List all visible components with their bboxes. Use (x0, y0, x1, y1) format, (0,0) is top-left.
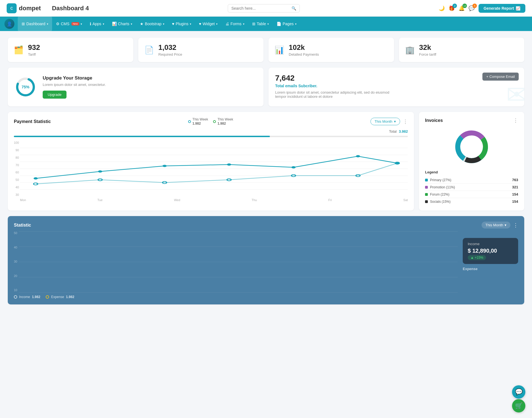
line-chart-area: Mon Tue Wed Thu Fri Sat (20, 141, 408, 202)
search-icon: 🔍 (291, 6, 296, 11)
stat-card-info: 932 Tariff (28, 43, 40, 57)
line-chart-container: 100 90 80 70 60 50 40 30 (14, 141, 408, 202)
sidebar-item-forms[interactable]: 🖨 Forms ▾ (221, 17, 248, 31)
chart-legend: This Week 1.982 This Week 1.982 (188, 117, 233, 125)
statistic-body: 50 40 30 20 10 (14, 231, 518, 299)
income-panel-title: Income (468, 242, 513, 246)
legend-dot-1 (188, 120, 191, 123)
email-card: + Compose Email 7,642 Total emails Subcr… (268, 68, 524, 106)
nav-bootstrap-label: Bootstrap (145, 22, 162, 26)
more-options-button[interactable]: ⋮ (403, 119, 408, 125)
legend-row-socials: Socials (15%) 154 (425, 198, 518, 205)
svg-point-11 (163, 165, 167, 167)
gift-button[interactable]: 🎁 2 (449, 5, 455, 11)
sidebar-item-pages[interactable]: 📄 Pages ▾ (273, 17, 300, 31)
statistic-month-button[interactable]: This Month ▾ (482, 222, 510, 229)
svg-point-12 (227, 163, 231, 166)
chat-button[interactable]: 💬 5 (469, 5, 475, 11)
nav-charts-label: Charts (118, 22, 129, 26)
chevron-down-icon: ▾ (394, 119, 396, 124)
header-center: 🔍 (89, 4, 439, 12)
month-filter-button[interactable]: This Month ▾ (370, 118, 400, 125)
bar-chart-area: 50 40 30 20 10 (14, 231, 458, 299)
new-badge: New (71, 22, 79, 25)
chevron-down-icon: ▾ (267, 22, 269, 25)
sidebar-item-bootstrap[interactable]: ★ Bootstrap ▾ (136, 17, 168, 31)
storage-info: Upgrade Your Storage Lorem ipsum dolor s… (43, 75, 106, 99)
income-panel-value: $ 12,890,00 (468, 248, 513, 254)
legend-left: Forum (22%) (425, 193, 449, 196)
sidebar-item-dashboard[interactable]: ⊞ Dashboard ▾ (18, 17, 52, 31)
nav-apps-label: Apps (93, 22, 101, 26)
main-content: 🗂️ 932 Tariff 📄 1,032 Required Price 📊 1… (0, 31, 532, 311)
pages-icon: 📄 (277, 22, 281, 26)
svg-point-13 (291, 166, 296, 168)
stat-month-label: This Month (485, 223, 503, 227)
nav-cms-label: CMS (61, 22, 70, 26)
dashboard-icon: ⊞ (22, 22, 25, 26)
tariff-icon: 🗂️ (14, 45, 24, 55)
expense-panel-label: Expense (463, 267, 518, 271)
detailed-payments-icon: 📊 (275, 45, 284, 55)
legend-heading: Legend (425, 170, 518, 174)
required-price-label: Required Price (158, 52, 182, 57)
invoice-title: Invoices (425, 118, 443, 123)
force-tariff-icon: 🏢 (405, 45, 415, 55)
plugins-icon: ♥ (172, 22, 174, 26)
income-legend: Income 1.982 (14, 295, 40, 299)
stat-cards-row: 🗂️ 932 Tariff 📄 1,032 Required Price 📊 1… (8, 38, 524, 62)
stat-card-force-tariff: 🏢 32k Force tariff (399, 38, 525, 62)
generate-report-button[interactable]: Generate Report 📈 (479, 4, 525, 13)
legend-left: Primary (27%) (425, 178, 451, 182)
page-title: Dashboard 4 (52, 5, 89, 12)
detailed-payments-label: Detalled Payments (289, 52, 319, 57)
bootstrap-icon: ★ (140, 22, 144, 26)
primary-legend-color (425, 179, 428, 181)
chart-invoice-row: Payment Statistic This Week 1.982 This W… (8, 112, 524, 211)
statistic-header: Statistic This Month ▾ ⋮ (14, 222, 518, 229)
chevron-down-icon: ▾ (505, 223, 507, 227)
storage-donut: 75% (14, 76, 37, 98)
storage-card: 75% Upgrade Your Storage Lorem ipsum dol… (8, 68, 264, 106)
legend-left: Socials (15%) (425, 200, 451, 204)
y-axis-labels: 50 40 30 20 10 (14, 231, 19, 292)
promotion-legend-label: Promotion (11%) (430, 185, 455, 189)
apps-icon: ℹ (90, 22, 91, 26)
force-tariff-label: Force tariff (419, 52, 436, 57)
invoice-more-button[interactable]: ⋮ (513, 117, 518, 124)
search-input[interactable] (231, 6, 291, 11)
stat-card-info: 1,032 Required Price (158, 43, 182, 57)
income-badge: ▲ +15% (468, 255, 486, 260)
promotion-legend-color (425, 186, 428, 189)
bell-button[interactable]: 🔔 12 (459, 5, 465, 11)
sidebar-item-table[interactable]: ⊞ Table ▾ (248, 17, 273, 31)
chevron-down-icon: ▾ (163, 22, 164, 25)
primary-legend-label: Primary (27%) (430, 178, 451, 182)
chevron-down-icon: ▾ (81, 22, 82, 25)
income-value: 1.982 (32, 295, 40, 299)
primary-count: 763 (512, 178, 518, 182)
logo-text: dompet (19, 5, 41, 12)
required-price-icon: 📄 (144, 45, 154, 55)
bar-chart-inner: 50 40 30 20 10 (14, 231, 458, 292)
email-description: Lorem ipsum dolor sit amet, consectetur … (275, 90, 392, 99)
sidebar-item-charts[interactable]: 📊 Charts ▾ (108, 17, 136, 31)
legend-row-primary: Primary (27%) 763 (425, 176, 518, 184)
sidebar-item-plugins[interactable]: ♥ Plugins ▾ (168, 17, 195, 31)
table-icon: ⊞ (252, 22, 255, 26)
nav-plugins-label: Plugins (176, 22, 188, 26)
nav-pages-label: Pages (283, 22, 294, 26)
chart-progress-bar (14, 136, 408, 137)
search-box[interactable]: 🔍 (228, 4, 300, 12)
statistic-more-button[interactable]: ⋮ (513, 222, 518, 228)
sidebar-item-cms[interactable]: ⚙ CMS New ▾ (52, 17, 86, 31)
sidebar-item-widget[interactable]: ♥ Widget ▾ (195, 17, 221, 31)
compose-email-button[interactable]: + Compose Email (482, 73, 519, 81)
navbar: 👤 ⊞ Dashboard ▾ ⚙ CMS New ▾ ℹ Apps ▾ 📊 C… (0, 17, 532, 31)
upgrade-button[interactable]: Upgrade (43, 91, 66, 99)
required-price-value: 1,032 (158, 43, 182, 52)
moon-icon[interactable]: 🌙 (439, 5, 445, 11)
sidebar-item-apps[interactable]: ℹ Apps ▾ (86, 17, 108, 31)
invoice-header: Invoices ⋮ (425, 117, 518, 124)
total-label: Total (389, 129, 397, 134)
